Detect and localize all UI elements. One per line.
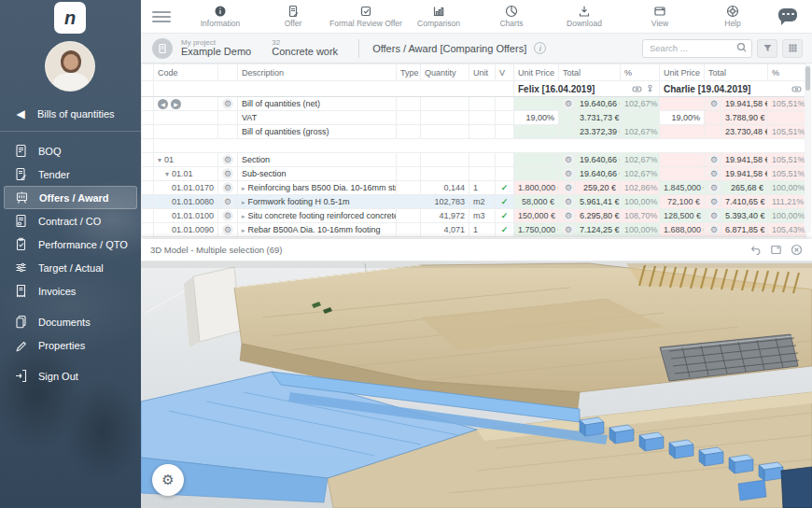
offer-tag-icon[interactable] [632,84,642,94]
sidebar-item-offers-award[interactable]: Offers / Award [4,186,137,209]
scrollbar-thumb[interactable] [805,66,810,91]
project-avatar[interactable] [152,38,173,59]
col-check[interactable]: V [496,64,514,81]
filter-button[interactable] [757,39,777,58]
gear-icon[interactable]: ⚙ [563,168,574,179]
col-total[interactable]: Total [559,64,621,81]
sidebar-section-bills-of-quantities[interactable]: ◀ Bills of quantities [0,101,141,132]
sidebar-item-contract-co[interactable]: Contract / CO [0,209,141,233]
col-quantity[interactable]: Quantity [421,64,469,81]
sidebar-item-label: Properties [38,340,85,351]
menu-icon[interactable] [152,8,171,25]
next-offer-button[interactable]: ▶ [171,99,181,109]
gear-icon[interactable]: ⚙ [563,182,574,193]
table-row-item-0100[interactable]: 01.01.0100 ⚙ ▸Situ concrete footing rein… [142,209,806,223]
col-unit-price[interactable]: Unit Price [660,64,705,81]
table-row-item-0090[interactable]: 01.01.0090 ⚙ ▸Rebar B500A Dia. 10-16mm f… [142,223,806,237]
col-unit[interactable]: Unit [469,64,496,81]
col-description[interactable]: Description [238,64,397,81]
col-type[interactable]: Type [397,64,421,81]
col-unit-price[interactable]: Unit Price [514,64,559,81]
sidebar-item-tender[interactable]: Tender [0,162,141,186]
sidebar-item-documents[interactable]: Documents [0,310,141,333]
sidebar-item-invoices[interactable]: Invoices [0,279,141,303]
undo-icon[interactable] [749,244,762,256]
sidebar-item-sign-out[interactable]: Sign Out [0,364,141,388]
popout-icon[interactable] [770,244,782,256]
gear-icon[interactable]: ⚙ [563,224,574,235]
boq-name-block[interactable]: 32 Concrete work [272,39,338,58]
table-row-item-0080[interactable]: 01.01.0080 ⚙ ▸Formwork footing H 0.5-1m … [142,195,806,209]
gear-icon[interactable]: ⚙ [708,224,720,235]
gear-icon[interactable]: ⚙ [563,154,574,165]
gear-icon[interactable]: ⚙ [563,210,574,221]
viewport-settings-button[interactable]: ⚙ [152,464,184,496]
gear-icon[interactable]: ⚙ [222,210,233,221]
toolbar-formal-review-offer[interactable]: Formal Review Offer [329,0,402,34]
chat-icon[interactable] [778,8,797,21]
table-row-boq-gross[interactable]: Bill of quantities (gross) 23.372,39 € 1… [142,125,806,139]
gear-icon[interactable]: ⚙ [222,154,233,165]
col-code[interactable]: Code [154,64,218,81]
expand-caret-icon[interactable]: ▸ [242,213,245,219]
bidder-felix[interactable]: Felix [16.04.2019] [518,84,655,94]
sidebar-item-properties[interactable]: Properties [0,333,141,357]
gear-icon[interactable]: ⚙ [708,182,720,193]
sidebar-nav: ◀ Bills of quantities BOQ Tender Offers … [0,101,141,388]
col-percent[interactable]: % [768,64,806,81]
sidebar-item-target-actual[interactable]: Target / Actual [0,256,141,279]
toolbar-comparison[interactable]: Comparison [402,0,475,34]
gear-icon[interactable]: ⚙ [563,98,574,109]
gear-icon[interactable]: ⚙ [222,224,233,235]
gear-icon[interactable]: ⚙ [708,196,720,207]
bidder-person-icon[interactable] [645,84,655,94]
expand-caret-icon[interactable]: ▸ [242,185,245,191]
project-name-block[interactable]: My project Example Demo [181,39,251,58]
collapse-caret-icon[interactable]: ▾ [165,170,169,178]
sidebar-item-boq[interactable]: BOQ [0,139,141,162]
gear-icon[interactable]: ⚙ [708,98,720,109]
charlie-unit-price: 72,100 € [660,195,705,209]
gear-icon[interactable]: ⚙ [708,168,720,179]
gear-icon[interactable]: ⚙ [708,210,720,221]
offer-tag-icon[interactable] [791,84,802,94]
app-logo[interactable]: n [54,2,86,34]
gear-icon[interactable]: ⚙ [222,98,233,109]
toolbar-offer[interactable]: Offer [257,0,329,34]
col-percent[interactable]: % [621,64,660,81]
search-icon[interactable] [736,42,748,53]
row-description: Bill of quantities (gross) [238,125,397,139]
table-row-section-01[interactable]: ▾01 ⚙ Section ⚙ 19.640,66 € 102,67% ⚙ 19… [142,153,806,167]
close-icon[interactable] [791,244,803,256]
collapse-caret-icon[interactable]: ▾ [158,156,161,164]
expand-caret-icon[interactable]: ▸ [242,199,245,205]
sidebar-item-performance-qto[interactable]: Performance / QTO [0,233,141,256]
gear-icon[interactable]: ⚙ [563,196,574,207]
gear-icon[interactable]: ⚙ [222,168,233,179]
table-row-subsection-0101[interactable]: ▾01.01 ⚙ Sub-section ⚙ 19.640,66 € 102,6… [142,167,806,181]
table-scrollbar[interactable] [805,64,811,233]
charlie-unit-price: 128,500 € [660,209,705,223]
gear-icon[interactable]: ⚙ [222,196,233,207]
info-badge[interactable]: i [534,42,546,54]
charlie-total: 19.941,58 € [721,97,768,111]
grid-settings-button[interactable] [782,39,803,58]
table-row-vat[interactable]: VAT 19,00% 3.731,73 € 19,00% 3.788,90 € [142,111,806,125]
bidder-charlie[interactable]: Charlie [19.04.2019] [664,84,802,94]
col-total[interactable]: Total [705,64,768,81]
gear-icon[interactable]: ⚙ [222,182,233,193]
3d-viewport[interactable]: ⚙ [141,261,812,508]
user-avatar[interactable] [45,41,95,92]
back-arrow-icon: ◀ [13,106,28,121]
prev-offer-button[interactable]: ◀ [158,99,168,109]
toolbar-information[interactable]: Information [184,0,257,34]
table-row-boq-net[interactable]: ◀▶ ⚙ Bill of quantities (net) ⚙ 19.640,6… [142,97,806,111]
table-row-item-0170[interactable]: 01.01.0170 ⚙ ▸Reinforcing bars B500 Dia.… [142,181,806,195]
toolbar-view[interactable]: View [623,0,696,34]
row-unit: 1 [469,223,496,237]
toolbar-charts[interactable]: Charts [475,0,548,34]
expand-caret-icon[interactable]: ▸ [242,227,245,233]
toolbar-help[interactable]: Help [696,0,769,34]
toolbar-download[interactable]: Download [548,0,621,34]
gear-icon[interactable]: ⚙ [708,154,720,165]
